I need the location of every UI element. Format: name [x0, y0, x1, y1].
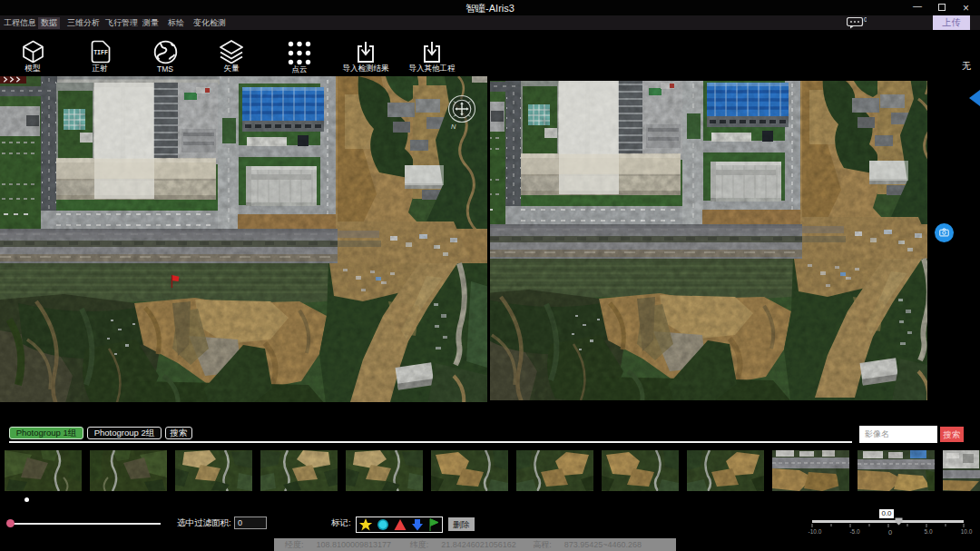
svg-text:N: N [451, 123, 456, 131]
svg-text:0: 0 [888, 528, 892, 536]
svg-text:0: 0 [864, 17, 867, 23]
svg-text:-5.0: -5.0 [849, 528, 860, 535]
svg-text:5.0: 5.0 [924, 528, 932, 535]
svg-text:-10.0: -10.0 [808, 528, 822, 535]
svg-text:TIFF: TIFF [93, 50, 108, 56]
svg-text:10.0: 10.0 [961, 528, 973, 535]
